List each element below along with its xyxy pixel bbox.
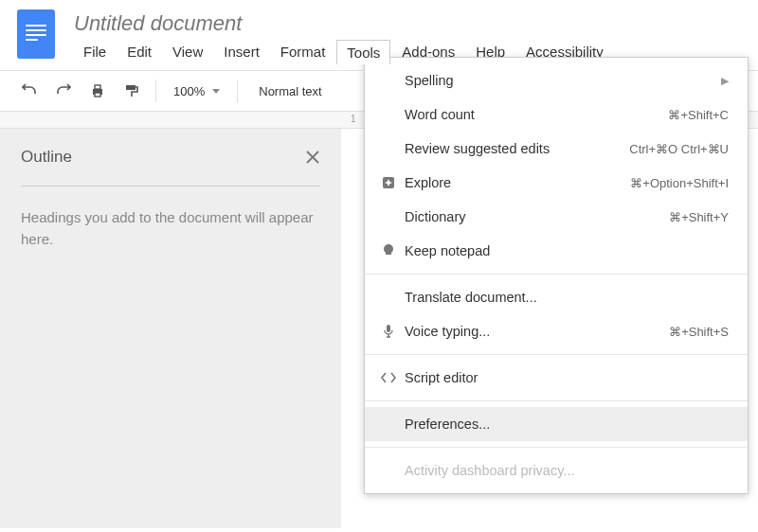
menu-view[interactable]: View	[163, 40, 212, 64]
script-icon	[376, 371, 401, 384]
menu-item-activity-dashboard: Activity dashboard privacy...	[365, 453, 748, 488]
menu-separator	[365, 354, 748, 355]
menu-item-label: Review suggested edits	[401, 141, 629, 156]
menu-file[interactable]: File	[74, 40, 116, 64]
menu-item-label: Spelling	[401, 73, 721, 88]
menu-item-spelling[interactable]: Spelling ▶	[365, 63, 748, 98]
close-icon	[305, 150, 320, 165]
menu-item-label: Translate document...	[401, 290, 729, 305]
print-button[interactable]	[81, 77, 114, 105]
menu-item-keep-notepad[interactable]: Keep notepad	[365, 234, 748, 268]
menu-item-word-count[interactable]: Word count ⌘+Shift+C	[365, 98, 748, 132]
tools-dropdown: Spelling ▶ Word count ⌘+Shift+C Review s…	[364, 57, 749, 494]
paragraph-style-dropdown[interactable]: Normal text	[245, 84, 334, 98]
menu-separator	[365, 400, 748, 401]
menu-item-label: Word count	[401, 107, 668, 122]
close-outline-button[interactable]	[305, 150, 320, 165]
submenu-arrow-icon: ▶	[721, 75, 729, 87]
menu-separator	[365, 274, 748, 275]
outline-title: Outline	[21, 148, 72, 167]
svg-rect-1	[95, 85, 100, 89]
menu-item-label: Voice typing...	[401, 324, 669, 339]
svg-rect-3	[126, 85, 135, 90]
document-title[interactable]: Untitled document	[74, 11, 613, 36]
microphone-icon	[376, 324, 401, 339]
svg-rect-5	[387, 325, 390, 332]
menu-item-label: Activity dashboard privacy...	[401, 463, 729, 478]
menu-item-translate[interactable]: Translate document...	[365, 280, 748, 314]
paint-format-button[interactable]	[116, 77, 148, 105]
menu-item-explore[interactable]: Explore ⌘+Option+Shift+I	[365, 166, 748, 200]
keep-icon	[376, 243, 401, 258]
menu-item-shortcut: ⌘+Shift+Y	[669, 210, 729, 224]
menu-format[interactable]: Format	[271, 40, 335, 64]
menu-item-review-edits[interactable]: Review suggested edits Ctrl+⌘O Ctrl+⌘U	[365, 132, 748, 166]
ruler-mark: 1	[351, 114, 356, 124]
outline-panel: Outline Headings you add to the document…	[0, 129, 341, 528]
undo-button[interactable]	[13, 77, 45, 105]
menu-item-script-editor[interactable]: Script editor	[365, 361, 748, 395]
menu-item-label: Preferences...	[401, 417, 729, 432]
menu-insert[interactable]: Insert	[214, 40, 269, 64]
menu-edit[interactable]: Edit	[117, 40, 161, 64]
menu-item-dictionary[interactable]: Dictionary ⌘+Shift+Y	[365, 200, 748, 234]
style-value: Normal text	[259, 84, 321, 98]
menu-item-preferences[interactable]: Preferences...	[365, 407, 748, 441]
menu-item-shortcut: ⌘+Shift+C	[668, 108, 729, 122]
menu-item-voice-typing[interactable]: Voice typing... ⌘+Shift+S	[365, 314, 748, 348]
menu-item-label: Dictionary	[401, 209, 669, 224]
explore-icon	[376, 175, 401, 190]
menu-item-shortcut: ⌘+Option+Shift+I	[630, 176, 729, 190]
chevron-down-icon	[212, 89, 220, 94]
menu-item-label: Keep notepad	[401, 243, 729, 258]
menu-tools[interactable]: Tools	[336, 40, 390, 64]
header: Untitled document File Edit View Insert …	[0, 0, 758, 64]
svg-rect-2	[95, 93, 100, 97]
zoom-value: 100%	[173, 84, 205, 98]
menu-item-shortcut: Ctrl+⌘O Ctrl+⌘U	[629, 142, 729, 156]
zoom-dropdown[interactable]: 100%	[164, 84, 229, 98]
redo-button[interactable]	[47, 77, 80, 105]
menu-separator	[365, 447, 748, 448]
divider	[21, 186, 320, 186]
docs-logo-icon[interactable]	[17, 9, 55, 59]
menu-item-label: Explore	[401, 175, 630, 190]
menu-item-label: Script editor	[401, 370, 729, 385]
menu-item-shortcut: ⌘+Shift+S	[669, 325, 729, 339]
outline-empty-hint: Headings you add to the document will ap…	[21, 207, 320, 250]
